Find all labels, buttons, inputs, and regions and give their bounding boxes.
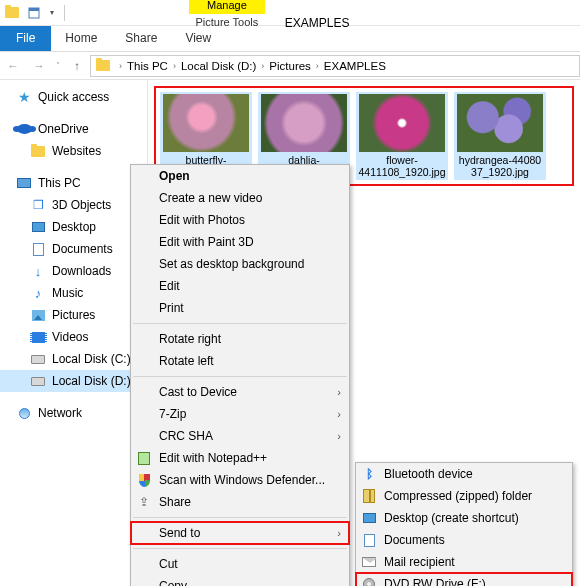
thumbnail bbox=[359, 94, 445, 152]
nav-label: Network bbox=[38, 406, 82, 420]
sendto-desktop-shortcut[interactable]: Desktop (create shortcut) bbox=[356, 507, 572, 529]
ctx-label: Desktop (create shortcut) bbox=[384, 511, 519, 525]
chevron-right-icon: › bbox=[337, 386, 341, 398]
chevron-right-icon: › bbox=[171, 61, 178, 71]
nav-network[interactable]: Network bbox=[0, 402, 147, 424]
ctx-label: Bluetooth device bbox=[384, 467, 473, 481]
tab-view[interactable]: View bbox=[171, 26, 225, 51]
tab-share[interactable]: Share bbox=[111, 26, 171, 51]
folder-icon bbox=[2, 3, 22, 23]
contextual-tab-manage[interactable]: Manage bbox=[189, 0, 265, 14]
ctx-edit-with-photos[interactable]: Edit with Photos bbox=[131, 209, 349, 231]
chevron-right-icon: › bbox=[337, 527, 341, 539]
sendto-documents[interactable]: Documents bbox=[356, 529, 572, 551]
mail-icon bbox=[361, 554, 377, 570]
ctx-edit[interactable]: Edit bbox=[131, 275, 349, 297]
sendto-bluetooth[interactable]: ᛒBluetooth device bbox=[356, 463, 572, 485]
file-tile[interactable]: flower-4411108_1920.jpg bbox=[356, 92, 448, 180]
breadcrumb[interactable]: Pictures bbox=[266, 60, 314, 72]
ctx-label: Share bbox=[159, 495, 191, 509]
ctx-print[interactable]: Print bbox=[131, 297, 349, 319]
ctx-cast-to-device[interactable]: Cast to Device› bbox=[131, 381, 349, 403]
navigation-pane: ★Quick access OneDrive Websites This PC … bbox=[0, 80, 148, 586]
nav-label: Pictures bbox=[52, 308, 95, 322]
ctx-send-to[interactable]: Send to› bbox=[131, 522, 349, 544]
nav-videos[interactable]: Videos bbox=[0, 326, 147, 348]
qat-dropdown[interactable]: ▾ bbox=[46, 3, 58, 23]
nav-label: Downloads bbox=[52, 264, 111, 278]
tab-home[interactable]: Home bbox=[51, 26, 111, 51]
nav-history-dropdown[interactable]: ˅ bbox=[52, 55, 64, 77]
chevron-right-icon: › bbox=[259, 61, 266, 71]
thumbnail bbox=[261, 94, 347, 152]
disc-drive-icon bbox=[361, 576, 377, 586]
nav-label: Videos bbox=[52, 330, 88, 344]
thumbnail bbox=[457, 94, 543, 152]
ctx-label: Send to bbox=[159, 526, 200, 540]
ctx-create-new-video[interactable]: Create a new video bbox=[131, 187, 349, 209]
ctx-edit-notepadpp[interactable]: Edit with Notepad++ bbox=[131, 447, 349, 469]
nav-label: Local Disk (D:) bbox=[52, 374, 131, 388]
nav-this-pc[interactable]: This PC bbox=[0, 172, 147, 194]
nav-up-button[interactable]: ↑ bbox=[64, 55, 90, 77]
nav-downloads[interactable]: ↓Downloads bbox=[0, 260, 147, 282]
breadcrumb[interactable]: This PC bbox=[124, 60, 171, 72]
sendto-dvd-rw-drive[interactable]: DVD RW Drive (F:) bbox=[356, 573, 572, 586]
ctx-label: Documents bbox=[384, 533, 445, 547]
desktop-icon bbox=[361, 510, 377, 526]
ctx-rotate-left[interactable]: Rotate left bbox=[131, 350, 349, 372]
separator bbox=[64, 5, 65, 21]
sendto-mail-recipient[interactable]: Mail recipient bbox=[356, 551, 572, 573]
nav-music[interactable]: ♪Music bbox=[0, 282, 147, 304]
ctx-rotate-right[interactable]: Rotate right bbox=[131, 328, 349, 350]
nav-local-disk-c[interactable]: Local Disk (C:) bbox=[0, 348, 147, 370]
nav-3d-objects[interactable]: ❒3D Objects bbox=[0, 194, 147, 216]
ctx-label: Cast to Device bbox=[159, 385, 237, 399]
nav-label: Quick access bbox=[38, 90, 109, 104]
ctx-edit-with-paint3d[interactable]: Edit with Paint 3D bbox=[131, 231, 349, 253]
nav-onedrive[interactable]: OneDrive bbox=[0, 118, 147, 140]
ctx-label: Edit with Notepad++ bbox=[159, 451, 267, 465]
address-bar[interactable]: › This PC › Local Disk (D:) › Pictures ›… bbox=[90, 55, 580, 77]
ctx-copy[interactable]: Copy bbox=[131, 575, 349, 586]
documents-icon bbox=[361, 532, 377, 548]
ctx-cut[interactable]: Cut bbox=[131, 553, 349, 575]
nav-label: Documents bbox=[52, 242, 113, 256]
breadcrumb[interactable]: Local Disk (D:) bbox=[178, 60, 259, 72]
tab-file[interactable]: File bbox=[0, 26, 51, 51]
file-name: flower-4411108_1920.jpg bbox=[358, 154, 446, 178]
ribbon-tabs: File Home Share View bbox=[0, 26, 580, 52]
zip-folder-icon bbox=[361, 488, 377, 504]
file-tile[interactable]: hydrangea-44080 37_1920.jpg bbox=[454, 92, 546, 180]
shield-icon bbox=[136, 472, 152, 488]
separator bbox=[133, 517, 347, 518]
nav-quick-access[interactable]: ★Quick access bbox=[0, 86, 147, 108]
nav-label: Desktop bbox=[52, 220, 96, 234]
ctx-7zip[interactable]: 7-Zip› bbox=[131, 403, 349, 425]
breadcrumb[interactable]: EXAMPLES bbox=[321, 60, 389, 72]
nav-back-button[interactable]: ← bbox=[0, 55, 26, 77]
nav-desktop[interactable]: Desktop bbox=[0, 216, 147, 238]
nav-label: 3D Objects bbox=[52, 198, 111, 212]
ctx-label: Scan with Windows Defender... bbox=[159, 473, 325, 487]
nav-label: OneDrive bbox=[38, 122, 89, 136]
ctx-scan-defender[interactable]: Scan with Windows Defender... bbox=[131, 469, 349, 491]
chevron-right-icon: › bbox=[117, 61, 124, 71]
notepadpp-icon bbox=[136, 450, 152, 466]
nav-websites[interactable]: Websites bbox=[0, 140, 147, 162]
chevron-right-icon: › bbox=[337, 430, 341, 442]
separator bbox=[133, 376, 347, 377]
nav-label: Local Disk (C:) bbox=[52, 352, 131, 366]
folder-icon bbox=[95, 58, 111, 74]
ctx-share[interactable]: ⇪Share bbox=[131, 491, 349, 513]
ctx-set-as-background[interactable]: Set as desktop background bbox=[131, 253, 349, 275]
ctx-crc-sha[interactable]: CRC SHA› bbox=[131, 425, 349, 447]
nav-pictures[interactable]: Pictures bbox=[0, 304, 147, 326]
nav-documents[interactable]: Documents bbox=[0, 238, 147, 260]
qat-app-icon[interactable] bbox=[24, 3, 44, 23]
nav-local-disk-d[interactable]: Local Disk (D:) bbox=[0, 370, 147, 392]
chevron-right-icon: › bbox=[337, 408, 341, 420]
ctx-open[interactable]: Open bbox=[131, 165, 349, 187]
sendto-compressed-folder[interactable]: Compressed (zipped) folder bbox=[356, 485, 572, 507]
file-name: hydrangea-44080 37_1920.jpg bbox=[456, 154, 544, 178]
